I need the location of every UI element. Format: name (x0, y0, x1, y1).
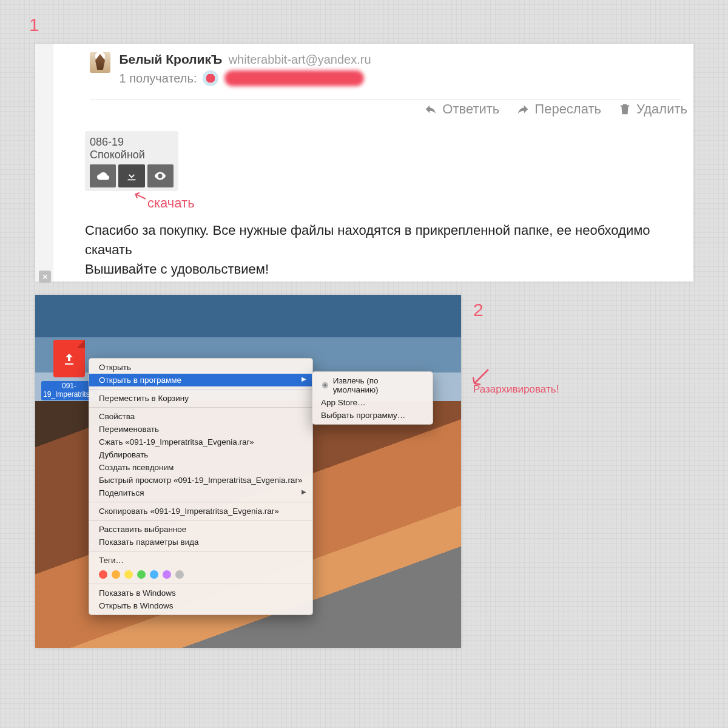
menu-tags-label: Теги… (89, 554, 312, 567)
reply-button[interactable]: Ответить (424, 101, 499, 117)
forward-button[interactable]: Переслать (516, 101, 601, 117)
menu-separator (89, 407, 312, 408)
close-icon[interactable]: ✕ (39, 271, 51, 283)
menu-share[interactable]: Поделиться (89, 487, 312, 499)
submenu-appstore[interactable]: App Store… (312, 396, 433, 409)
recipient-avatar (203, 70, 218, 86)
eye-icon (153, 169, 167, 183)
forward-icon (516, 103, 530, 116)
menu-open-with[interactable]: Открыть в программе (89, 374, 312, 386)
menu-alias[interactable]: Создать псевдоним (89, 461, 312, 474)
submenu-choose[interactable]: Выбрать программу… (312, 409, 433, 422)
recipient-label: 1 получатель: (119, 72, 197, 86)
cloud-icon (96, 169, 110, 183)
email-actions: Ответить Переслать Удалить (424, 101, 687, 117)
tag-color-dot[interactable] (175, 570, 184, 579)
annotation-extract: Разархивировать! (473, 383, 559, 396)
email-body: Спасибо за покупку. Все нужные файлы нах… (85, 221, 681, 279)
menu-quicklook[interactable]: Быстрый просмотр «091-19_Imperatritsa_Ev… (89, 474, 312, 487)
sender-avatar (90, 52, 110, 73)
reply-icon (424, 103, 437, 116)
step-number-1: 1 (29, 15, 39, 35)
delete-button[interactable]: Удалить (618, 101, 687, 117)
menu-viewopts[interactable]: Показать параметры вида (89, 536, 312, 548)
menu-separator (89, 502, 312, 502)
menu-compress[interactable]: Сжать «091-19_Imperatritsa_Evgenia.rar» (89, 436, 312, 448)
tag-color-dot[interactable] (99, 570, 107, 579)
menu-separator (89, 389, 312, 389)
download-icon (125, 169, 138, 183)
trash-icon (618, 103, 632, 116)
menu-open-windows[interactable]: Открыть в Windows (89, 599, 312, 612)
preview-button[interactable] (147, 164, 174, 187)
download-button[interactable] (118, 164, 144, 187)
context-menu: Открыть Открыть в программе Переместить … (89, 358, 313, 615)
submenu-extract-default[interactable]: Извлечь (по умолчанию) (312, 374, 433, 396)
email-panel: ✕ Белый КроликЪ whiterabbit-art@yandex.r… (35, 44, 693, 281)
recipient-redacted (224, 70, 364, 86)
attachment-name-line1: 086-19 (90, 136, 174, 149)
archive-utility-icon (321, 381, 329, 389)
tag-color-dot[interactable] (150, 570, 158, 579)
menu-separator (89, 551, 312, 551)
attachment-card[interactable]: 086-19 Спокойной (85, 131, 178, 191)
sender-name: Белый КроликЪ (119, 52, 222, 66)
menu-getinfo[interactable]: Свойства (89, 410, 312, 423)
menu-cleanup[interactable]: Расставить выбранное (89, 523, 312, 536)
step-number-2: 2 (473, 300, 484, 320)
tag-color-row (89, 567, 312, 581)
menu-separator (89, 520, 312, 521)
archive-icon (62, 352, 76, 366)
desktop-panel: 091-19_Imperatritsa_Evgenia Открыть Откр… (35, 295, 461, 648)
menu-rename[interactable]: Переименовать (89, 423, 312, 436)
save-to-disk-button[interactable] (90, 164, 116, 187)
tag-color-dot[interactable] (163, 570, 171, 579)
rar-file-icon[interactable] (53, 340, 85, 377)
mail-side-strip: ✕ (35, 44, 53, 281)
menu-trash[interactable]: Переместить в Корзину (89, 392, 312, 405)
menu-show-windows[interactable]: Показать в Windows (89, 587, 312, 599)
sender-address: whiterabbit-art@yandex.ru (229, 53, 371, 66)
menu-duplicate[interactable]: Дублировать (89, 448, 312, 461)
attachment-name-line2: Спокойной (90, 149, 174, 161)
annotation-download: скачать (147, 195, 195, 211)
tag-color-dot[interactable] (124, 570, 133, 579)
menu-copy[interactable]: Скопировать «091-19_Imperatritsa_Evgenia… (89, 505, 312, 517)
tag-color-dot[interactable] (137, 570, 146, 579)
tag-color-dot[interactable] (112, 570, 120, 579)
menu-separator (89, 584, 312, 584)
menu-open[interactable]: Открыть (89, 361, 312, 374)
divider (90, 99, 681, 100)
open-with-submenu: Извлечь (по умолчанию) App Store… Выбрат… (312, 371, 433, 425)
